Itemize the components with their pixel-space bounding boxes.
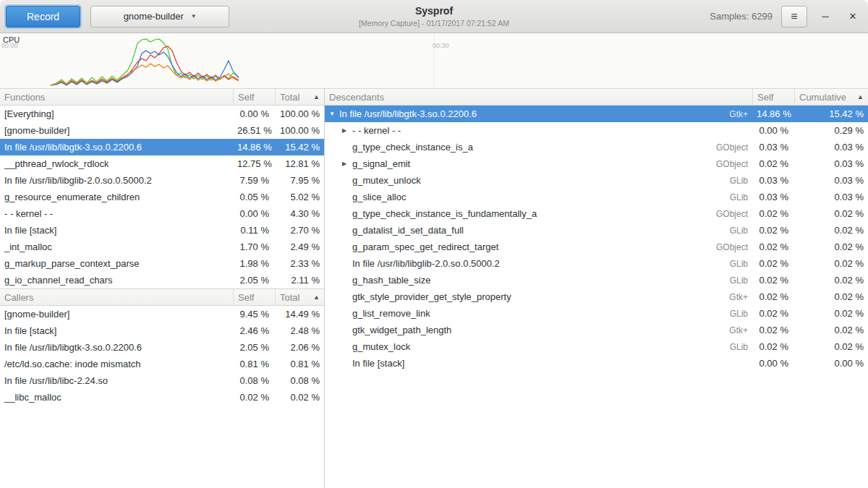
self-percent: 14.86 % — [233, 142, 275, 153]
callers-column-header[interactable]: Callers — [0, 289, 233, 305]
table-row[interactable]: In file /usr/lib/libglib-2.0.so.0.5000.2… — [0, 172, 324, 189]
descendant-name: g_hash_table_size — [352, 275, 430, 286]
close-button[interactable]: ✕ — [843, 7, 862, 26]
functions-table-body: [Everything]0.00 %100.00 %[gnome-builder… — [0, 106, 324, 288]
descendant-name: g_type_check_instance_is_a — [352, 142, 473, 153]
table-row[interactable]: In file [stack]0.11 %2.70 % — [0, 222, 324, 239]
library-badge: GLib — [724, 275, 748, 286]
descendant-name-cell: g_param_spec_get_redirect_targetGObject — [325, 241, 752, 252]
self-percent: 2.46 % — [233, 325, 275, 336]
left-pane: Functions Self Total ▲ [Everything]0.00 … — [0, 88, 324, 488]
descendant-name: g_signal_emit — [352, 158, 410, 169]
self-percent: 0.02 % — [752, 241, 794, 252]
menu-button[interactable]: ≡ — [781, 6, 807, 27]
descendant-name-cell: g_slice_allocGLib — [325, 192, 752, 202]
self-percent: 0.03 % — [752, 192, 794, 202]
descendant-name: In file /usr/lib/libglib-2.0.so.0.5000.2 — [352, 258, 500, 269]
table-row[interactable]: In file /usr/lib/libc-2.24.so0.08 %0.08 … — [0, 372, 324, 389]
table-row[interactable]: ▶- - kernel - -0.00 %0.29 % — [325, 122, 868, 139]
table-row[interactable]: ▶g_signal_emitGObject0.02 %0.03 % — [325, 155, 868, 172]
library-badge: Gtk+ — [723, 325, 748, 335]
expander-closed-icon[interactable]: ▶ — [342, 160, 352, 167]
table-row[interactable]: gtk_widget_path_lengthGtk+0.02 %0.02 % — [325, 322, 868, 338]
function-name: [Everything] — [0, 108, 233, 119]
descendant-name-cell: ▼In file /usr/lib/libgtk-3.so.0.2200.6Gt… — [325, 108, 752, 119]
total-column-label: Total — [280, 92, 299, 103]
table-row[interactable]: g_markup_parse_context_parse1.98 %2.33 % — [0, 255, 324, 272]
descendant-name-cell: ▶- - kernel - - — [325, 125, 752, 136]
self-percent: 0.02 % — [752, 308, 794, 319]
cumulative-column-header[interactable]: Cumulative ▲ — [794, 89, 868, 105]
library-badge: GObject — [710, 159, 748, 169]
total-percent: 15.42 % — [275, 142, 324, 153]
caller-name: /etc/ld.so.cache: inode mismatch — [0, 359, 233, 369]
table-row[interactable]: [gnome-builder]9.45 %14.49 % — [0, 306, 324, 322]
target-dropdown[interactable]: gnome-builder ▼ — [90, 6, 229, 27]
table-row[interactable]: _int_malloc1.70 %2.49 % — [0, 239, 324, 255]
table-row[interactable]: g_slice_allocGLib0.03 %0.03 % — [325, 189, 868, 205]
record-button[interactable]: Record — [6, 6, 80, 27]
expander-closed-icon[interactable]: ▶ — [342, 127, 352, 134]
function-name: _int_malloc — [0, 241, 233, 252]
table-row[interactable]: g_mutex_unlockGLib0.03 %0.03 % — [325, 172, 868, 189]
table-row[interactable]: gtk_style_provider_get_style_propertyGtk… — [325, 288, 868, 305]
functions-column-header[interactable]: Functions — [0, 89, 233, 105]
self-column-header[interactable]: Self — [233, 289, 275, 305]
cumulative-percent: 0.02 % — [794, 341, 868, 352]
cpu-timeline-graph[interactable]: CPU 00:00 00:30 — [0, 33, 868, 88]
total-percent: 2.06 % — [275, 342, 324, 353]
table-row[interactable]: In file /usr/lib/libgtk-3.so.0.2200.62.0… — [0, 339, 324, 356]
table-row[interactable]: g_param_spec_get_redirect_targetGObject0… — [325, 239, 868, 255]
timeline-tick-start: 00:00 — [1, 42, 18, 49]
descendants-column-header[interactable]: Descendants — [325, 89, 752, 105]
self-column-header[interactable]: Self — [233, 89, 275, 105]
cpu-orange-line — [51, 64, 239, 85]
total-percent: 2.48 % — [275, 325, 324, 336]
table-row[interactable]: g_datalist_id_set_data_fullGLib0.02 %0.0… — [325, 222, 868, 239]
descendant-name: In file /usr/lib/libgtk-3.so.0.2200.6 — [339, 108, 477, 119]
cumulative-percent: 0.00 % — [794, 358, 868, 369]
sort-arrow-icon: ▲ — [313, 294, 320, 301]
table-row[interactable]: __pthread_rwlock_rdlock12.75 %12.81 % — [0, 155, 324, 172]
table-row[interactable]: __libc_malloc0.02 %0.02 % — [0, 389, 324, 406]
table-row[interactable]: In file /usr/lib/libglib-2.0.so.0.5000.2… — [325, 255, 868, 272]
table-row[interactable]: [gnome-builder]26.51 %100.00 % — [0, 122, 324, 139]
total-percent: 7.95 % — [275, 175, 324, 186]
target-dropdown-label: gnome-builder — [124, 11, 184, 22]
table-row[interactable]: g_mutex_lockGLib0.02 %0.02 % — [325, 338, 868, 355]
table-row[interactable]: In file /usr/lib/libgtk-3.so.0.2200.614.… — [0, 139, 324, 155]
table-row[interactable]: - - kernel - -0.00 %4.30 % — [0, 205, 324, 222]
expander-open-icon[interactable]: ▼ — [329, 111, 339, 117]
caller-name: __libc_malloc — [0, 392, 233, 403]
table-row[interactable]: g_resource_enumerate_children0.05 %5.02 … — [0, 189, 324, 205]
self-percent: 9.45 % — [233, 309, 275, 320]
descendant-name-cell: g_mutex_unlockGLib — [325, 175, 752, 186]
self-percent: 0.00 % — [752, 125, 794, 136]
self-percent: 12.75 % — [233, 158, 275, 169]
cumulative-percent: 0.02 % — [794, 291, 868, 302]
table-row[interactable]: ▼In file /usr/lib/libgtk-3.so.0.2200.6Gt… — [325, 106, 868, 122]
table-row[interactable]: [Everything]0.00 %100.00 % — [0, 106, 324, 122]
table-row[interactable]: In file [stack]0.00 %0.00 % — [325, 355, 868, 372]
cumulative-percent: 0.03 % — [794, 192, 868, 202]
table-row[interactable]: /etc/ld.so.cache: inode mismatch0.81 %0.… — [0, 356, 324, 372]
total-column-header[interactable]: Total ▲ — [275, 89, 324, 105]
self-percent: 0.08 % — [233, 375, 275, 386]
self-percent: 0.02 % — [752, 275, 794, 286]
right-pane: Descendants Self Cumulative ▲ ▼In file /… — [324, 88, 868, 488]
table-row[interactable]: g_type_check_instance_is_fundamentally_a… — [325, 205, 868, 222]
descendant-name: g_datalist_id_set_data_full — [352, 225, 464, 236]
table-row[interactable]: g_type_check_instance_is_aGObject0.03 %0… — [325, 139, 868, 155]
self-column-header[interactable]: Self — [752, 89, 794, 105]
table-row[interactable]: g_io_channel_read_chars2.05 %2.11 % — [0, 272, 324, 288]
total-column-header[interactable]: Total ▲ — [275, 289, 324, 305]
library-badge: GLib — [724, 226, 748, 236]
minimize-button[interactable]: ─ — [816, 7, 835, 26]
table-row[interactable]: In file [stack]2.46 %2.48 % — [0, 322, 324, 339]
descendant-name-cell: g_hash_table_sizeGLib — [325, 275, 752, 286]
total-percent: 100.00 % — [275, 108, 324, 119]
table-row[interactable]: g_hash_table_sizeGLib0.02 %0.02 % — [325, 272, 868, 288]
table-row[interactable]: g_list_remove_linkGLib0.02 %0.02 % — [325, 305, 868, 322]
descendant-name: g_type_check_instance_is_fundamentally_a — [352, 208, 537, 219]
self-percent: 2.05 % — [233, 275, 275, 286]
